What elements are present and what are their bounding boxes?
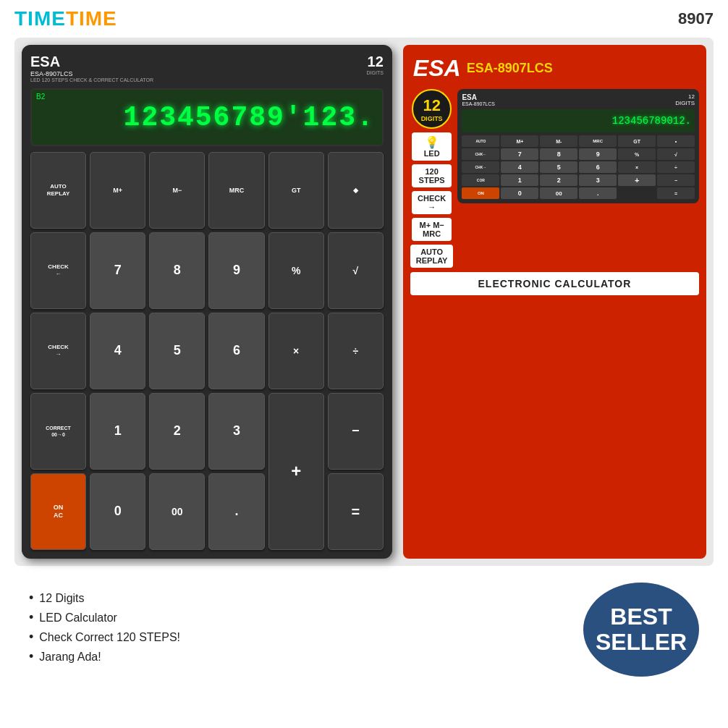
mini-1: 1: [501, 174, 538, 186]
feature-text-1: 12 Digits: [39, 592, 84, 605]
mini-display-num: 123456789012.: [612, 115, 691, 127]
mini-calculator: ESA ESA-8907LCS 12 DIGITS 123456789012.: [457, 89, 699, 203]
on-ac-btn[interactable]: ONAC: [30, 473, 86, 550]
feature-text-3: Check Correct 120 STEPS!: [39, 631, 180, 644]
btn-6[interactable]: 6: [208, 313, 264, 389]
mini-div: ÷: [657, 161, 695, 173]
best-seller-badge: BEST SELLER: [583, 583, 699, 677]
brand-time2: TIME: [66, 7, 117, 30]
box-top: ESA ESA-8907LCS: [410, 52, 699, 85]
bullet-2: •: [29, 610, 33, 625]
mini-display: 123456789012.: [462, 109, 695, 132]
mini-bullet: •: [657, 135, 695, 147]
feature-item-1: • 12 Digits: [29, 591, 180, 606]
mrc-label: MRC: [423, 229, 441, 238]
check-fwd-btn[interactable]: CHECK→: [30, 313, 86, 389]
mini-plus: +: [618, 174, 656, 186]
equals-btn[interactable]: =: [328, 473, 384, 550]
mini-digits-label: DIGITS: [675, 100, 695, 106]
btn-8[interactable]: 8: [149, 232, 205, 309]
digits-num: 12: [423, 96, 440, 115]
replay-label: REPLAY: [416, 256, 448, 265]
best-seller-line2: SELLER: [596, 630, 687, 655]
mini-calc-header: ESA ESA-8907LCS 12 DIGITS: [462, 93, 695, 106]
btn-9[interactable]: 9: [208, 232, 264, 309]
multiply-btn[interactable]: ×: [268, 313, 324, 389]
right-box: ESA ESA-8907LCS 12 DIGITS 💡 LED: [403, 45, 706, 559]
brand-logo: TIMETIME: [14, 7, 117, 30]
feature-text-2: LED Calculator: [39, 611, 117, 625]
mini-sqrt: √: [657, 148, 695, 160]
divide-btn[interactable]: ÷: [328, 313, 384, 389]
mini-00: 00: [540, 187, 577, 199]
bullet-3: •: [29, 630, 33, 645]
percent-btn[interactable]: %: [268, 232, 324, 309]
best-seller-line1: BEST: [610, 604, 672, 630]
calc-digits-num: 12: [367, 54, 384, 70]
model-number: 8907: [678, 9, 714, 28]
page-container: TIMETIME 8907 ESA ESA-8907LCS LED 120 ST…: [0, 0, 728, 728]
calc-digits: 12 DIGITS: [367, 54, 384, 75]
correct-btn[interactable]: CORRECT00→0: [30, 393, 86, 470]
mini-gt: GT: [618, 135, 656, 147]
calc-brand-left: ESA ESA-8907LCS LED 120 STEPS CHECK & CO…: [30, 54, 153, 82]
calc-display: B2 123456789'123.: [30, 88, 384, 146]
m-minus-btn[interactable]: M−: [149, 152, 205, 229]
mplus-label: M+ M−: [420, 221, 444, 229]
steps-feature: 120 STEPS: [412, 164, 452, 187]
feature-item-4: • Jarang Ada!: [29, 649, 180, 664]
btn-7[interactable]: 7: [90, 232, 145, 309]
mini-esa: ESA: [462, 93, 495, 101]
mini-6: 6: [579, 161, 617, 173]
diamond-btn[interactable]: ◆: [328, 152, 384, 229]
mini-model: ESA-8907LCS: [462, 101, 495, 106]
btn-00[interactable]: 00: [149, 473, 205, 550]
m-plus-btn[interactable]: M+: [90, 152, 145, 229]
mini-mminus: M-: [540, 135, 577, 147]
auto-replay-btn[interactable]: AUTOREPLAY: [30, 152, 86, 229]
btn-1[interactable]: 1: [90, 393, 145, 470]
digits-badge: 12 DIGITS: [412, 89, 452, 129]
btn-5[interactable]: 5: [149, 313, 205, 389]
calculators-area: ESA ESA-8907LCS LED 120 STEPS CHECK & CO…: [14, 38, 714, 566]
steps-label: STEPS: [419, 176, 445, 185]
mini-0: 0: [501, 187, 538, 199]
mini-brand: ESA ESA-8907LCS: [462, 93, 495, 106]
minus-btn[interactable]: −: [328, 393, 384, 470]
check-arrow: →: [428, 203, 436, 211]
btn-3[interactable]: 3: [208, 393, 264, 470]
mini-7: 7: [501, 148, 538, 160]
mini-dot: .: [579, 187, 617, 199]
check-feature: CHECK →: [412, 191, 452, 214]
btn-dot[interactable]: .: [208, 473, 264, 550]
left-calculator: ESA ESA-8907LCS LED 120 STEPS CHECK & CO…: [22, 45, 392, 559]
mrc-btn[interactable]: MRC: [208, 152, 264, 229]
mini-mplus: M+: [501, 135, 538, 147]
mini-equals: =: [657, 187, 695, 199]
plus-btn[interactable]: +: [268, 393, 324, 550]
calc-subtitle: LED 120 STEPS CHECK & CORRECT CALCULATOR: [30, 77, 153, 82]
btn-0[interactable]: 0: [90, 473, 145, 550]
digits-label: DIGITS: [421, 115, 443, 122]
gt-btn[interactable]: GT: [268, 152, 324, 229]
features-list: • 12 Digits • LED Calculator • Check Cor…: [29, 591, 180, 669]
mini-2: 2: [540, 174, 577, 186]
led-feature: 💡 LED: [412, 132, 452, 161]
auto-replay-feature: AUTO REPLAY: [410, 245, 454, 268]
calc-header: ESA ESA-8907LCS LED 120 STEPS CHECK & CO…: [30, 54, 384, 82]
mini-mrc: MRC: [579, 135, 617, 147]
btn-4[interactable]: 4: [90, 313, 145, 389]
mini-check2: CHK→: [462, 161, 499, 173]
btn-2[interactable]: 2: [149, 393, 205, 470]
mini-digits-num: 12: [675, 93, 695, 100]
check-back-btn[interactable]: CHECK←: [30, 232, 86, 309]
bullet-4: •: [29, 649, 33, 664]
mini-check1: CHK←: [462, 148, 499, 160]
feature-item-2: • LED Calculator: [29, 610, 180, 625]
display-icon: B2: [36, 93, 45, 101]
calc-digits-label: DIGITS: [367, 70, 384, 75]
memory-feature: M+ M− MRC: [412, 218, 452, 241]
sqrt-btn[interactable]: √: [328, 232, 384, 309]
bullet-1: •: [29, 591, 33, 606]
mini-8: 8: [540, 148, 577, 160]
